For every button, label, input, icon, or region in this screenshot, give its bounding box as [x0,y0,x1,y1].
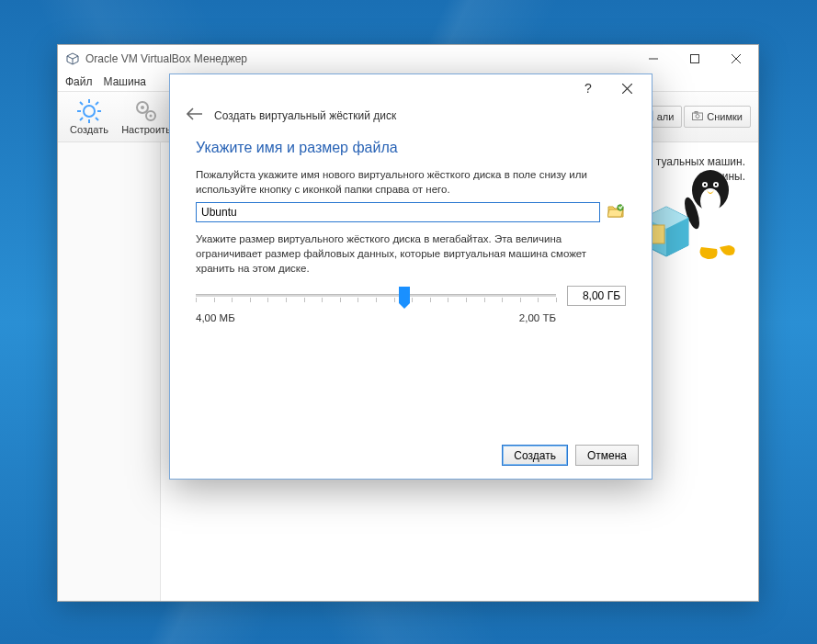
settings-button[interactable]: Настроить [119,93,174,141]
dialog-footer: Создать Отмена [170,435,652,479]
close-button[interactable] [715,46,756,72]
svg-point-4 [84,106,95,117]
snapshots-tab[interactable]: Снимки [684,106,751,128]
svg-line-11 [96,102,98,105]
menu-file[interactable]: Файл [65,75,93,88]
disk-name-input[interactable] [196,202,600,222]
svg-point-28 [704,184,706,186]
cancel-button[interactable]: Отмена [575,445,639,466]
svg-point-22 [696,115,699,119]
svg-point-29 [715,184,717,186]
menu-machine[interactable]: Машина [104,75,146,88]
create-vm-label: Создать [70,124,108,135]
settings-label: Настроить [121,124,171,135]
minimize-button[interactable] [632,46,674,72]
create-vm-button[interactable]: Создать [62,93,117,141]
back-button[interactable] [187,106,203,125]
browse-folder-button[interactable] [606,202,626,222]
maximize-button[interactable] [674,46,715,72]
svg-point-16 [150,115,153,118]
dialog-body: Пожалуйста укажите имя нового виртуально… [170,164,652,327]
svg-rect-34 [652,225,664,243]
camera-icon [692,111,703,122]
dialog-title: Создать виртуальный жёсткий диск [214,109,396,122]
window-title: Oracle VM VirtualBox Менеджер [85,52,632,65]
range-min-label: 4,00 МБ [196,312,235,323]
name-hint-text: Пожалуйста укажите имя нового виртуально… [196,167,626,197]
svg-line-12 [80,118,83,120]
svg-text:?: ? [584,82,592,95]
folder-icon [607,204,624,221]
new-icon [76,98,102,124]
size-hint-text: Укажите размер виртуального жёсткого дис… [196,232,626,276]
dialog-titlebar: ? [170,74,652,102]
step-title: Укажите имя и размер файла [170,134,652,164]
dialog-header: Создать виртуальный жёсткий диск [170,102,652,134]
gear-icon [133,98,159,124]
range-max-label: 2,00 ТБ [519,312,556,323]
create-disk-dialog: ? Создать виртуальный жёсткий диск Укажи… [169,73,652,480]
svg-rect-1 [690,55,698,63]
svg-rect-23 [695,112,698,114]
svg-line-9 [80,102,83,105]
slider-thumb[interactable] [399,287,410,303]
titlebar: Oracle VM VirtualBox Менеджер [58,45,758,73]
virtualbox-icon [65,51,80,66]
details-tab-label: али [657,111,675,122]
vm-list-panel [58,142,161,601]
svg-point-25 [700,188,721,214]
create-button[interactable]: Создать [502,445,568,466]
dialog-close-button[interactable] [607,76,646,100]
dialog-help-button[interactable]: ? [569,76,607,100]
disk-size-value[interactable] [567,286,626,306]
virtualbox-mascot-image [639,163,740,282]
svg-point-14 [141,106,144,109]
disk-size-slider[interactable] [196,285,556,307]
snapshots-tab-label: Снимки [707,111,743,122]
svg-line-10 [96,118,98,120]
